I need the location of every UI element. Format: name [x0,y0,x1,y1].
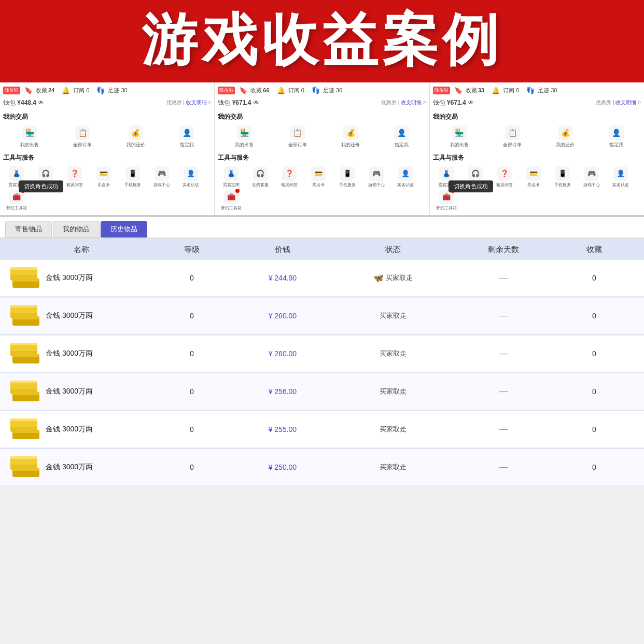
item-level: 0 [152,463,231,471]
badge-jiajia-3: 降价啦 [433,87,450,94]
tools-icons-2: 👗霓裳宝阁 🎧在线客服 ❓精灵问答 💳买点卡 📱手机服务 🎮游戏中心 👤实名认证… [218,166,426,211]
item-status: 买家取走 [334,425,452,434]
item-name: 金钱 3000万两 [46,273,93,283]
item-favorites: 0 [555,349,634,358]
gold-bars-icon [10,305,40,327]
item-level: 0 [152,349,231,358]
item-price: ¥ 244.90 [231,274,334,282]
tab-consignment[interactable]: 寄售物品 [5,221,52,237]
item-name-col: 金钱 3000万两 [10,456,152,478]
item-price: ¥ 260.00 [231,312,334,320]
table-row: 金钱 3000万两 0 ¥ 244.90 🦋 买家取走 — 0 [0,260,644,297]
item-price: ¥ 256.00 [231,387,334,396]
header-favorites: 收藏 [555,245,634,255]
trade-item-4: 👤 指定我 [179,125,194,148]
switch-badge-3: 切换角色成功 [449,180,493,192]
header-name: 名称 [10,245,152,255]
gold-bars-icon [10,343,40,365]
item-favorites: 0 [555,463,634,471]
gold-bars-icon [10,267,40,289]
item-name-col: 金钱 3000万两 [10,267,152,289]
svg-rect-5 [10,267,37,270]
switch-badge-1: 切换角色成功 [19,180,63,192]
svg-rect-27 [12,430,39,433]
tools-section-2: 工具与服务 👗霓裳宝阁 🎧在线客服 ❓精灵问答 💳买点卡 📱手机服务 🎮游戏中心… [218,153,426,211]
table-row: 金钱 3000万两 0 ¥ 256.00 买家取走 — 0 [0,373,644,410]
header-remaining: 剩余天数 [452,245,555,255]
badge-jiajia-2: 降价啦 [218,87,235,94]
item-price: ¥ 255.00 [231,425,334,433]
tab-history[interactable]: 历史物品 [101,221,147,237]
trade-item-3: 💰 我的还价 [127,125,145,148]
badge-jiajia-1: 降价啦 [3,87,20,94]
svg-rect-21 [12,392,39,395]
tab-my-items[interactable]: 我的物品 [53,221,100,237]
gold-bars-icon [10,418,40,440]
item-status: 买家取走 [334,349,452,358]
item-level: 0 [152,425,231,433]
item-remaining: — [452,387,555,396]
wallet-row-3: 钱包 ¥671.4 👁 优惠券 | 收支明细 > [433,99,641,107]
tools-section-1: 工具与服务 切换角色成功 👗霓裳宝阁 🎧在线客服 ❓精灵问答 💳买点卡 📱手机服… [3,153,211,211]
item-remaining: — [452,273,555,283]
app-col-3: 降价啦 🔖 收藏 33 🔔 订阅 0 👣 足迹 30 钱包 ¥671.4 👁 优… [430,82,644,215]
item-status: 买家取走 [334,387,452,396]
table-header: 名称 等级 价钱 状态 剩余天数 收藏 [0,239,644,260]
item-remaining: — [452,463,555,472]
svg-rect-23 [10,381,37,383]
item-remaining: — [452,311,555,320]
table-row: 金钱 3000万两 0 ¥ 255.00 买家取走 — 0 [0,411,644,448]
wallet-row-1: 钱包 ¥448.4 👁 优惠券 | 收支明细 > [3,99,211,107]
item-level: 0 [152,274,231,282]
table-row: 金钱 3000万两 0 ¥ 260.00 买家取走 — 0 [0,335,644,372]
item-name: 金钱 3000万两 [46,349,93,358]
item-status: 买家取走 [334,311,452,320]
item-price: ¥ 250.00 [231,463,334,471]
item-favorites: 0 [555,387,634,396]
svg-rect-9 [12,316,39,319]
table-row: 金钱 3000万两 0 ¥ 260.00 买家取走 — 0 [0,298,644,334]
trade-icons-1: 🏪 我的出售 📋 全部订单 💰 我的还价 👤 指定我 [3,125,211,148]
svg-rect-15 [12,354,39,357]
item-status: 🦋 买家取走 [334,273,452,283]
app-col-2: 降价啦 🔖 收藏 66 🔔 订阅 0 👣 足迹 30 钱包 ¥671.4 👁 优… [215,82,429,215]
item-name-col: 金钱 3000万两 [10,418,152,440]
item-level: 0 [152,387,231,396]
trade-icons-2: 🏪 我的出售 📋 全部订单 💰 我的还价 👤 指定我 [218,125,426,148]
item-name-col: 金钱 3000万两 [10,343,152,365]
tools-section-3: 工具与服务 切换角色成功 👗霓裳宝阁 🎧在线客服 ❓精灵问答 💳买点卡 📱手机服… [433,153,641,211]
app-col-1: 降价啦 🔖 收藏 24 🔔 订阅 0 👣 足迹 30 钱包 ¥448.4 👁 优… [0,82,215,215]
svg-rect-3 [12,278,39,282]
wallet-row-2: 钱包 ¥671.4 👁 优惠券 | 收支明细 > [218,99,426,107]
table-row: 金钱 3000万两 0 ¥ 250.00 买家取走 — 0 [0,449,644,486]
item-name: 金钱 3000万两 [46,387,93,396]
item-remaining: — [452,425,555,434]
app-screenshots: 降价啦 🔖 收藏 24 🔔 订阅 0 👣 足迹 30 钱包 ¥448.4 👁 优… [0,82,644,217]
trade-icons-3: 🏪 我的出售 📋 全部订单 💰 我的还价 👤 指定我 [433,125,641,148]
my-trades-title-2: 我的交易 [218,113,426,121]
item-favorites: 0 [555,425,634,433]
item-status: 买家取走 [334,463,452,472]
svg-rect-33 [12,468,39,471]
gold-bars-icon [10,456,40,478]
item-name: 金钱 3000万两 [46,311,93,320]
item-level: 0 [152,312,231,320]
gold-bars-icon [10,381,40,402]
header: 游戏收益案例 [0,0,644,82]
trade-item-1: 🏪 我的出售 [20,125,39,148]
header-level: 等级 [152,245,231,255]
item-name: 金钱 3000万两 [46,425,93,434]
item-favorites: 0 [555,312,634,320]
header-status: 状态 [334,245,452,255]
item-remaining: — [452,349,555,358]
my-trades-title-3: 我的交易 [433,113,641,121]
trade-item-2: 📋 全部订单 [73,125,92,148]
svg-rect-17 [10,343,37,345]
header-price: 价钱 [231,245,334,255]
stats-row-3: 降价啦 🔖 收藏 33 🔔 订阅 0 👣 足迹 30 [433,87,641,94]
svg-rect-29 [10,418,37,421]
svg-rect-35 [10,456,37,459]
stats-row-2: 降价啦 🔖 收藏 66 🔔 订阅 0 👣 足迹 30 [218,87,426,94]
tabs-area: 寄售物品 我的物品 历史物品 [0,217,644,239]
item-name-col: 金钱 3000万两 [10,381,152,402]
